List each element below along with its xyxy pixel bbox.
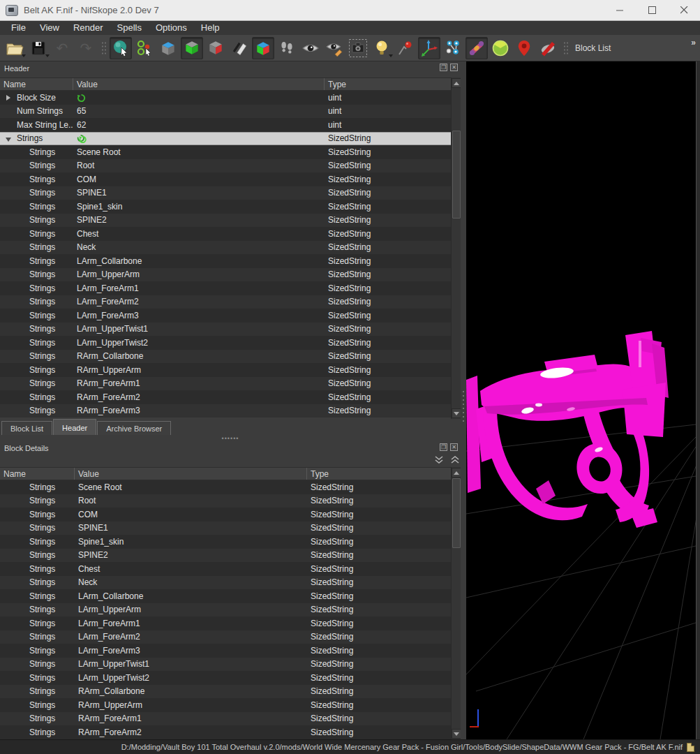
table-row[interactable]: Strings SPINE1 SizedString <box>0 186 452 200</box>
table-row[interactable]: Strings LArm_UpperTwist1 SizedString <box>0 658 452 672</box>
scroll-down-button[interactable] <box>452 408 461 418</box>
location-pin-button[interactable] <box>513 37 535 59</box>
column-type[interactable]: Type <box>325 78 452 90</box>
float-panel-icon[interactable]: ❐ <box>440 64 447 71</box>
table-row[interactable]: Strings COM SizedString <box>0 508 452 522</box>
flip-view-button[interactable] <box>228 37 251 59</box>
show-hidden-button[interactable] <box>299 37 322 59</box>
collapse-arrow-icon[interactable] <box>6 138 11 142</box>
show-axes-button[interactable] <box>418 37 440 59</box>
close-panel-icon[interactable]: ✕ <box>450 64 458 71</box>
menu-item[interactable]: Render <box>66 21 110 35</box>
table-row-block-size[interactable]: Block Size uint <box>0 91 452 105</box>
table-row[interactable]: Strings LArm_UpperTwist2 SizedString <box>0 336 452 350</box>
open-file-button[interactable] <box>3 37 26 59</box>
scroll-up-button[interactable] <box>452 78 461 88</box>
table-row[interactable]: Strings Scene Root SizedString <box>0 145 452 159</box>
walk-mode-button[interactable] <box>276 37 298 59</box>
table-row[interactable]: Strings RArm_ForeArm1 SizedString <box>0 712 452 726</box>
scroll-up-button[interactable] <box>452 468 461 478</box>
table-row[interactable]: Strings Spine1_skin SizedString <box>0 200 452 214</box>
table-row[interactable]: Strings LArm_UpperTwist2 SizedString <box>0 671 452 685</box>
chevrons-down-icon[interactable] <box>434 456 444 465</box>
column-type[interactable]: Type <box>307 468 452 480</box>
header-table-scrollbar[interactable] <box>451 77 461 419</box>
table-row[interactable]: Strings RArm_ForeArm3 SizedString <box>0 404 452 418</box>
toolbar-grip-2[interactable] <box>563 40 568 56</box>
menu-item[interactable]: Options <box>149 21 194 35</box>
scrollbar-thumb[interactable] <box>452 478 461 548</box>
expand-arrow-icon[interactable] <box>6 95 10 101</box>
table-row[interactable]: Strings Chest SizedString <box>0 562 452 576</box>
table-row[interactable]: Strings SPINE1 SizedString <box>0 522 452 535</box>
column-value[interactable]: Value <box>73 78 325 90</box>
menu-item[interactable]: File <box>4 21 33 35</box>
save-file-button[interactable] <box>27 37 50 59</box>
view-front-button[interactable] <box>181 37 203 59</box>
scrollbar-thumb[interactable] <box>452 131 461 219</box>
details-table-scrollbar[interactable] <box>451 467 461 739</box>
table-row[interactable]: Strings LArm_ForeArm2 SizedString <box>0 630 452 644</box>
table-row[interactable]: Strings LArm_ForeArm3 SizedString <box>0 644 452 658</box>
table-row[interactable]: Strings Root SizedString <box>0 159 452 173</box>
menu-item[interactable]: View <box>33 21 66 35</box>
vertical-splitter[interactable] <box>461 61 466 739</box>
view-top-button[interactable] <box>157 37 179 59</box>
view-side-button[interactable] <box>204 37 227 59</box>
object-select-mode-button[interactable] <box>110 37 132 59</box>
screenshot-button[interactable] <box>347 37 369 59</box>
table-row-max-string-length[interactable]: Max String Le... 62 uint <box>0 118 452 132</box>
tab-block-list[interactable]: Block List <box>1 421 52 435</box>
close-panel-icon[interactable]: ✕ <box>450 443 458 451</box>
column-name[interactable]: Name <box>0 78 73 90</box>
table-row[interactable]: Strings LArm_ForeArm2 SizedString <box>0 295 452 309</box>
tab-header[interactable]: Header <box>53 419 96 435</box>
tab-archive-browser[interactable]: Archive Browser <box>97 421 171 435</box>
vertex-color-button[interactable] <box>394 37 417 59</box>
table-row[interactable]: Strings LArm_UpperArm SizedString <box>0 268 452 282</box>
column-value[interactable]: Value <box>75 468 307 480</box>
hide-textures-button[interactable] <box>537 37 559 59</box>
table-row[interactable]: Strings LArm_UpperTwist1 SizedString <box>0 323 452 337</box>
redo-button[interactable]: ↷ <box>75 37 97 59</box>
user-view-button[interactable] <box>252 37 274 59</box>
table-row[interactable]: Strings RArm_UpperArm SizedString <box>0 363 452 377</box>
table-row[interactable]: Strings Root SizedString <box>0 494 452 508</box>
right-edge-splitter[interactable] <box>696 61 700 739</box>
toolbar-grip[interactable] <box>100 40 106 56</box>
table-row[interactable]: Strings LArm_ForeArm1 SizedString <box>0 281 452 295</box>
float-panel-icon[interactable]: ❐ <box>440 443 447 451</box>
table-row[interactable]: Strings COM SizedString <box>0 172 452 186</box>
table-row[interactable]: Strings LArm_Collarbone SizedString <box>0 254 452 268</box>
show-bones-button[interactable] <box>466 37 488 59</box>
table-row[interactable]: Strings LArm_Collarbone SizedString <box>0 589 452 603</box>
table-row[interactable]: Strings RArm_UpperArm SizedString <box>0 698 452 712</box>
table-row[interactable]: Strings Scene Root SizedString <box>0 480 452 494</box>
chevrons-up-icon[interactable] <box>450 456 460 465</box>
undo-button[interactable]: ↶ <box>51 37 73 59</box>
table-row[interactable]: Strings RArm_Collarbone SizedString <box>0 350 452 364</box>
table-row[interactable]: Strings Spine1_skin SizedString <box>0 535 452 549</box>
table-row[interactable]: Strings RArm_ForeArm2 SizedString <box>0 390 452 404</box>
radar-button[interactable] <box>489 37 512 59</box>
3d-viewport[interactable] <box>466 61 696 739</box>
show-nodes-button[interactable] <box>442 37 464 59</box>
table-row[interactable]: Strings Neck SizedString <box>0 241 452 255</box>
close-button[interactable] <box>668 0 700 20</box>
scroll-down-button[interactable] <box>452 729 461 739</box>
table-row[interactable]: Strings LArm_UpperArm SizedString <box>0 603 452 617</box>
lighting-button[interactable] <box>371 37 393 59</box>
table-row[interactable]: Strings RArm_ForeArm2 SizedString <box>0 725 452 739</box>
table-row[interactable]: Strings LArm_ForeArm3 SizedString <box>0 309 452 323</box>
table-row[interactable]: Strings RArm_ForeArm1 SizedString <box>0 377 452 391</box>
table-row[interactable]: Strings Neck SizedString <box>0 576 452 590</box>
table-row[interactable]: Strings SPINE2 SizedString <box>0 214 452 228</box>
horizontal-splitter[interactable]: •••••• <box>0 435 461 441</box>
vertex-select-mode-button[interactable] <box>133 37 156 59</box>
edit-visibility-button[interactable] <box>323 37 345 59</box>
maximize-button[interactable] <box>636 0 668 20</box>
menu-item[interactable]: Spells <box>110 21 149 35</box>
minimize-button[interactable] <box>604 0 636 20</box>
toolbar-overflow-chevron[interactable]: » <box>691 38 696 47</box>
table-row[interactable]: Strings LArm_ForeArm1 SizedString <box>0 616 452 630</box>
